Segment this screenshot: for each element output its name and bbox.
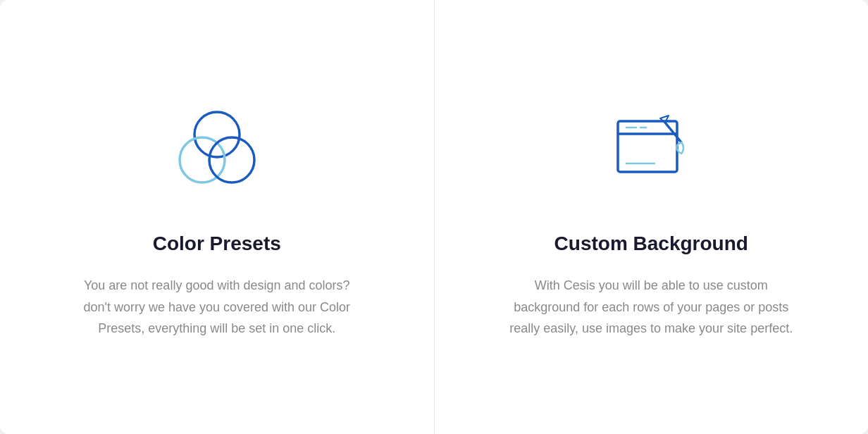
main-container: Color Presets You are not really good wi… [0,0,868,434]
color-presets-icon-wrapper [161,94,273,207]
color-presets-title: Color Presets [153,232,281,255]
custom-background-icon [605,108,697,193]
custom-background-icon-wrapper [595,94,707,207]
color-presets-icon [171,105,263,197]
custom-background-description: With Cesis you will be able to use custo… [503,275,799,340]
color-presets-card: Color Presets You are not really good wi… [0,0,435,434]
custom-background-title: Custom Background [554,232,748,255]
color-presets-description: You are not really good with design and … [69,275,365,340]
svg-point-2 [209,137,254,182]
custom-background-card: Custom Background With Cesis you will be… [435,0,869,434]
svg-point-1 [180,137,225,182]
svg-point-0 [194,112,240,157]
svg-line-8 [665,123,681,142]
